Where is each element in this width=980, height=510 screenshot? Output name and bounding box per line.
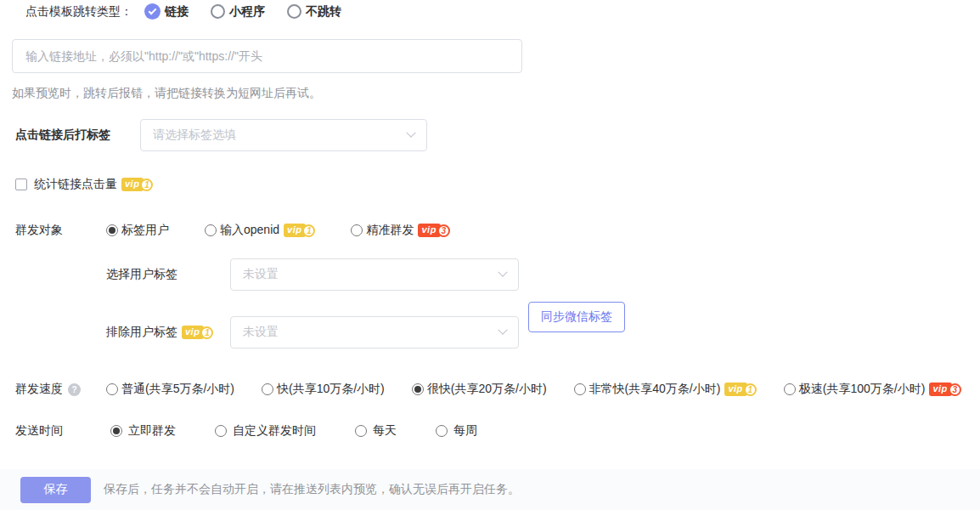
- send-time-label: 发送时间: [15, 423, 110, 439]
- speed-option-fast-label: 快(共享10万条/小时): [277, 382, 385, 397]
- audience-label: 群发对象: [15, 223, 106, 238]
- jump-type-option-link-label: 链接: [165, 4, 189, 20]
- radio-checked-icon: [144, 3, 161, 20]
- time-option-custom-label: 自定义群发时间: [233, 423, 316, 439]
- link-url-input[interactable]: [12, 39, 522, 73]
- chevron-down-icon: [498, 326, 507, 335]
- chevron-down-icon: [406, 128, 415, 138]
- exclude-user-tag-row: 排除用户标签 vip 1 未设置: [0, 316, 980, 348]
- time-option-weekly-label: 每周: [453, 423, 477, 439]
- radio-unchecked-icon: [436, 425, 448, 437]
- radio-unchecked-icon: [205, 224, 217, 236]
- exclude-user-tag-placeholder: 未设置: [243, 325, 279, 340]
- jump-type-option-miniprogram-label: 小程序: [229, 4, 265, 20]
- tag-after-click-label: 点击链接后打标签: [15, 128, 140, 143]
- save-note-text: 保存后，任务并不会自动开启，请在推送列表内预览，确认无误后再开启任务。: [104, 482, 520, 497]
- vip1-badge: vip 1: [284, 224, 315, 237]
- jump-type-option-miniprogram[interactable]: 小程序: [211, 4, 265, 20]
- select-user-tag-select[interactable]: 未设置: [230, 258, 519, 291]
- send-speed-label-text: 群发速度: [15, 382, 63, 397]
- radio-checked-icon: [106, 224, 118, 236]
- time-option-immediate-label: 立即群发: [128, 423, 176, 439]
- chevron-down-icon: [498, 268, 507, 277]
- tag-after-click-row: 点击链接后打标签 请选择标签选填: [0, 119, 980, 151]
- jump-type-label: 点击模板跳转类型：: [25, 4, 132, 20]
- radio-checked-icon: [412, 383, 424, 395]
- vip1-badge: vip 1: [182, 326, 213, 339]
- audience-option-tag-users-label: 标签用户: [121, 223, 169, 238]
- audience-option-tag-users[interactable]: 标签用户: [106, 223, 169, 238]
- radio-unchecked-icon: [211, 4, 225, 19]
- tag-after-click-select[interactable]: 请选择标签选填: [140, 119, 427, 151]
- jump-type-option-link[interactable]: 链接: [144, 3, 189, 20]
- send-speed-label: 群发速度 ?: [15, 382, 106, 397]
- radio-unchecked-icon: [574, 383, 586, 395]
- audience-option-openid-label: 输入openid: [220, 223, 279, 238]
- time-option-daily-label: 每天: [373, 423, 397, 439]
- tag-after-click-placeholder: 请选择标签选填: [153, 128, 236, 143]
- vip1-badge: vip 1: [724, 382, 756, 396]
- radio-unchecked-icon: [784, 383, 796, 395]
- vip3-badge: vip 3: [418, 224, 449, 237]
- audience-option-precise-label: 精准群发: [366, 223, 414, 238]
- speed-option-extreme[interactable]: 极速(共享100万条/小时) vip 3: [784, 382, 961, 397]
- audience-row: 群发对象 标签用户 输入openid vip 1 精准群发 vip 3: [0, 223, 980, 238]
- speed-option-very-fast[interactable]: 很快(共享20万条/小时): [412, 382, 547, 397]
- footer-bar: 保存 保存后，任务并不会自动开启，请在推送列表内预览，确认无误后再开启任务。: [0, 469, 980, 510]
- send-speed-row: 群发速度 ? 普通(共享5万条/小时) 快(共享10万条/小时) 很快(共享20…: [0, 382, 980, 397]
- exclude-user-tag-select[interactable]: 未设置: [230, 316, 519, 348]
- audience-option-openid[interactable]: 输入openid vip 1: [205, 223, 315, 238]
- mass-send-config-form: 点击模板跳转类型： 链接 小程序 不跳转 如果预览时，跳转后报错，请把链接转换为…: [0, 0, 980, 510]
- radio-checked-icon: [110, 425, 122, 437]
- radio-unchecked-icon: [355, 425, 367, 437]
- select-user-tag-row: 选择用户标签 未设置: [0, 258, 980, 291]
- save-button[interactable]: 保存: [20, 477, 91, 503]
- jump-type-option-nojump[interactable]: 不跳转: [287, 4, 341, 20]
- radio-unchecked-icon: [215, 425, 227, 437]
- jump-type-row: 点击模板跳转类型： 链接 小程序 不跳转: [0, 0, 980, 20]
- time-option-custom[interactable]: 自定义群发时间: [215, 423, 316, 439]
- speed-option-fast[interactable]: 快(共享10万条/小时): [262, 382, 385, 397]
- exclude-user-tag-label-text: 排除用户标签: [106, 325, 177, 340]
- help-icon[interactable]: ?: [68, 383, 81, 396]
- time-option-daily[interactable]: 每天: [355, 423, 397, 439]
- radio-unchecked-icon: [351, 224, 363, 236]
- track-clicks-row[interactable]: 统计链接点击量 vip 1: [0, 177, 980, 192]
- speed-option-very-fast-label: 很快(共享20万条/小时): [427, 382, 547, 397]
- speed-option-super-fast-label: 非常快(共享40万条/小时): [589, 382, 721, 397]
- speed-option-extreme-label: 极速(共享100万条/小时): [799, 382, 926, 397]
- select-user-tag-label: 选择用户标签: [106, 267, 230, 282]
- radio-unchecked-icon: [262, 383, 273, 395]
- radio-unchecked-icon: [106, 383, 118, 395]
- select-user-tag-placeholder: 未设置: [243, 267, 279, 282]
- exclude-user-tag-label: 排除用户标签 vip 1: [106, 325, 230, 340]
- url-hint-text: 如果预览时，跳转后报错，请把链接转换为短网址后再试。: [12, 86, 980, 101]
- vip3-badge: vip 3: [929, 382, 960, 396]
- time-option-immediate[interactable]: 立即群发: [110, 423, 176, 439]
- sync-wechat-tags-button[interactable]: 同步微信标签: [528, 302, 625, 332]
- jump-type-option-nojump-label: 不跳转: [306, 4, 341, 20]
- send-time-row: 发送时间 立即群发 自定义群发时间 每天 每周: [0, 423, 980, 439]
- track-clicks-label: 统计链接点击量: [34, 177, 117, 192]
- audience-option-precise[interactable]: 精准群发 vip 3: [351, 223, 449, 238]
- vip1-badge: vip 1: [121, 178, 153, 191]
- track-clicks-checkbox[interactable]: [15, 178, 27, 190]
- speed-option-normal-label: 普通(共享5万条/小时): [121, 382, 234, 397]
- speed-option-super-fast[interactable]: 非常快(共享40万条/小时) vip 1: [574, 382, 757, 397]
- speed-option-normal[interactable]: 普通(共享5万条/小时): [106, 382, 234, 397]
- radio-unchecked-icon: [287, 4, 301, 19]
- time-option-weekly[interactable]: 每周: [436, 423, 477, 439]
